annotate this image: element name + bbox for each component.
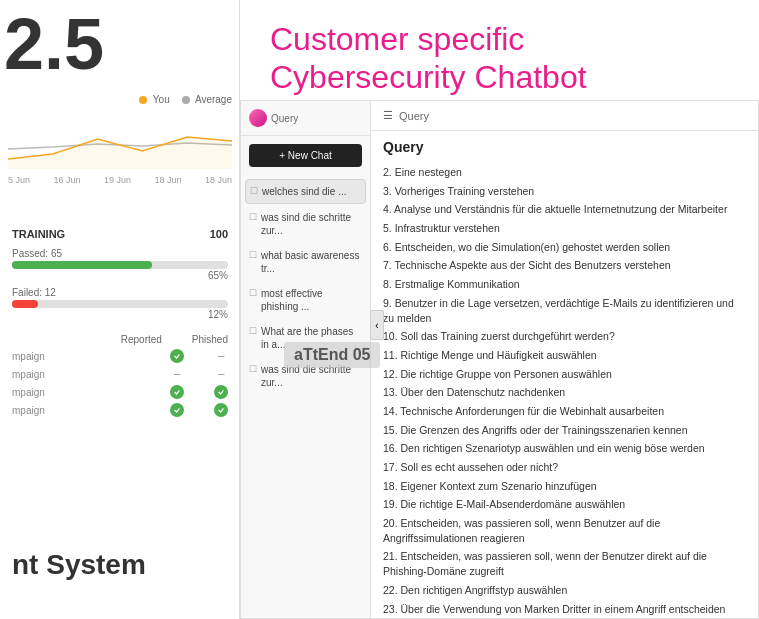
- chat-list-item[interactable]: ☐ was sind die schritte zur...: [245, 358, 366, 394]
- main-title: Customer specificCybersecurity Chatbot: [270, 20, 729, 97]
- passed-bar-fill: [12, 261, 152, 269]
- table-section: Reported Phished mpaign – mpaign – – mpa…: [0, 330, 240, 425]
- check-icon: [170, 349, 184, 363]
- query-list-item: 22. Den richtigen Angriffstyp auswählen: [383, 583, 746, 598]
- left-dashboard-panel: 2.5 You Average 5 Jun 16 Jun 19 Jun 18 J: [0, 0, 240, 619]
- chatbot-sidebar: Query + New Chat ☐ welches sind die ... …: [241, 101, 371, 618]
- query-title: Query: [383, 139, 746, 155]
- check-icon: [214, 385, 228, 399]
- training-header: TRAINING 100: [12, 228, 228, 240]
- chatbot-main: ☰ Query Query 2. Eine nestegen3. Vorheri…: [371, 101, 758, 618]
- training-section: TRAINING 100 Passed: 65 65% Failed: 12 1…: [0, 220, 240, 334]
- table-row: mpaign –: [12, 349, 228, 363]
- training-passed-row: Passed: 65 65%: [12, 248, 228, 281]
- query-list-item: 7. Technische Aspekte aus der Sicht des …: [383, 258, 746, 273]
- collapse-arrow-button[interactable]: ‹: [370, 310, 384, 340]
- query-list-item: 9. Benutzer in die Lage versetzen, verdä…: [383, 296, 746, 325]
- table-row: mpaign – –: [12, 367, 228, 381]
- bottom-text: nt System: [0, 541, 240, 589]
- dash-icon: –: [170, 367, 184, 381]
- dash-icon: –: [214, 367, 228, 381]
- legend-you: You: [139, 94, 169, 105]
- query-list-item: 8. Erstmalige Kommunikation: [383, 277, 746, 292]
- chat-list-item[interactable]: ☐ was sind die schritte zur...: [245, 206, 366, 242]
- you-dot: [139, 96, 147, 104]
- chart-labels: 5 Jun 16 Jun 19 Jun 18 Jun 18 Jun: [8, 175, 232, 185]
- query-list-item: 13. Über den Datenschutz nachdenken: [383, 385, 746, 400]
- query-list-item: 10. Soll das Training zuerst durchgeführ…: [383, 329, 746, 344]
- header-icon: ☰: [383, 109, 393, 122]
- query-list-item: 20. Entscheiden, was passieren soll, wen…: [383, 516, 746, 545]
- check-icon: [170, 403, 184, 417]
- chatbot-sidebar-header: Query: [241, 101, 370, 136]
- query-list-item: 21. Entscheiden, was passieren soll, wen…: [383, 549, 746, 578]
- chat-icon: ☐: [249, 364, 257, 376]
- chat-list-item[interactable]: ☐ welches sind die ...: [245, 179, 366, 204]
- query-list-item: 5. Infrastruktur verstehen: [383, 221, 746, 236]
- legend-average: Average: [182, 94, 232, 105]
- chart-legend: You Average: [8, 94, 232, 105]
- query-list-item: 17. Soll es echt aussehen oder nicht?: [383, 460, 746, 475]
- query-list-item: 4. Analyse und Verständnis für die aktue…: [383, 202, 746, 217]
- chart-svg: [8, 109, 232, 169]
- query-list-item: 15. Die Grenzen des Angriffs oder der Tr…: [383, 423, 746, 438]
- chatbot-main-header: ☰ Query: [371, 101, 758, 131]
- title-area: Customer specificCybersecurity Chatbot: [240, 0, 759, 113]
- chat-icon: ☐: [249, 288, 257, 300]
- query-list-item: 14. Technische Anforderungen für die Web…: [383, 404, 746, 419]
- chat-list-item[interactable]: ☐ most effective phishing ...: [245, 282, 366, 318]
- table-header: Reported Phished: [12, 334, 228, 345]
- query-list-item: 11. Richtige Menge und Häufigkeit auswäh…: [383, 348, 746, 363]
- query-list-item: 2. Eine nestegen: [383, 165, 746, 180]
- big-number: 2.5: [0, 0, 104, 80]
- chat-icon: ☐: [249, 326, 257, 338]
- check-icon: [214, 403, 228, 417]
- table-row: mpaign: [12, 403, 228, 417]
- chat-list-item[interactable]: ☐ What are the phases in a...: [245, 320, 366, 356]
- failed-bar-fill: [12, 300, 38, 308]
- query-list-item: 16. Den richtigen Szenariotyp auswählen …: [383, 441, 746, 456]
- failed-bar-track: [12, 300, 228, 308]
- table-row: mpaign: [12, 385, 228, 399]
- chatbot-content: Query 2. Eine nestegen3. Vorheriges Trai…: [371, 131, 758, 618]
- chatbot-logo-icon: [249, 109, 267, 127]
- chat-list-item[interactable]: ☐ what basic awareness tr...: [245, 244, 366, 280]
- avg-dot: [182, 96, 190, 104]
- chat-list: ☐ welches sind die ... ☐ was sind die sc…: [241, 175, 370, 618]
- query-list-item: 19. Die richtige E-Mail-Absenderdomäne a…: [383, 497, 746, 512]
- passed-bar-track: [12, 261, 228, 269]
- dash-icon: –: [214, 349, 228, 363]
- new-chat-button[interactable]: + New Chat: [249, 144, 362, 167]
- query-list-item: 6. Entscheiden, wo die Simulation(en) ge…: [383, 240, 746, 255]
- query-list-item: 18. Eigener Kontext zum Szenario hinzufü…: [383, 479, 746, 494]
- check-icon: [170, 385, 184, 399]
- query-list-item: 12. Die richtige Gruppe von Personen aus…: [383, 367, 746, 382]
- query-list-item: 23. Über die Verwendung von Marken Dritt…: [383, 602, 746, 617]
- chat-icon: ☐: [250, 186, 258, 198]
- chart-area: You Average 5 Jun 16 Jun 19 Jun 18 Jun 1…: [0, 90, 240, 210]
- chat-icon: ☐: [249, 212, 257, 224]
- training-failed-row: Failed: 12 12%: [12, 287, 228, 320]
- chatbot-panel: Query + New Chat ☐ welches sind die ... …: [240, 100, 759, 619]
- chat-icon: ☐: [249, 250, 257, 262]
- query-list: 2. Eine nestegen3. Vorheriges Training v…: [383, 165, 746, 618]
- query-list-item: 3. Vorheriges Training verstehen: [383, 184, 746, 199]
- svg-marker-0: [8, 137, 232, 169]
